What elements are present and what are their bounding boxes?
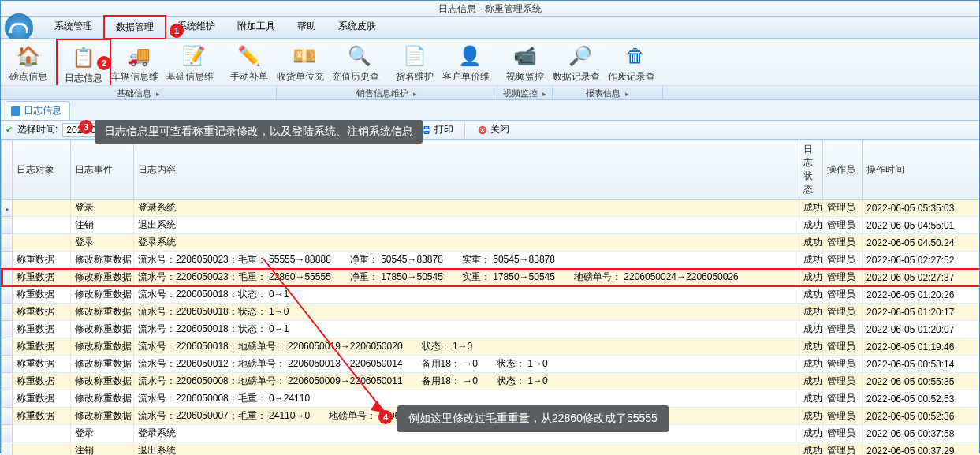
- cell-time: 2022-06-05 04:55:01: [863, 217, 980, 234]
- cell-op: 管理员: [823, 390, 863, 408]
- table-row[interactable]: 登录登录系统成功管理员2022-06-05 05:35:03: [2, 200, 980, 217]
- row-selector[interactable]: [2, 425, 13, 442]
- row-selector[interactable]: [2, 442, 13, 456]
- cell-op: 管理员: [823, 442, 863, 456]
- cell-obj: 称重数据: [13, 304, 71, 321]
- cell-content: 流水号：2206050018：状态： 0→1: [134, 286, 799, 304]
- cell-obj: 称重数据: [13, 321, 71, 338]
- row-selector[interactable]: [2, 321, 13, 338]
- table-row[interactable]: 注销退出系统成功管理员2022-06-05 04:55:01: [2, 217, 980, 234]
- tooltip-1: 日志信息里可查看称重记录修改，以及登陆系统、注销系统信息: [95, 120, 423, 144]
- table-row[interactable]: 称重数据修改称重数据流水号：2206050008：地磅单号： 220605000…: [2, 373, 980, 390]
- row-selector[interactable]: [2, 269, 13, 286]
- cell-evt: 修改称重数据: [71, 269, 134, 286]
- menu-4[interactable]: 帮助: [286, 16, 327, 39]
- table-row[interactable]: 登录登录系统成功管理员2022-06-05 04:50:24: [2, 234, 980, 252]
- table-row[interactable]: 称重数据修改称重数据流水号：2206050023：毛重： 55555→88888…: [2, 252, 980, 269]
- tool-icon: 📝: [181, 43, 207, 69]
- cell-time: 2022-06-05 05:35:03: [863, 200, 980, 217]
- cell-op: 管理员: [823, 338, 863, 356]
- row-selector[interactable]: [2, 217, 13, 234]
- column-header[interactable]: 操作员: [823, 140, 863, 200]
- row-selector[interactable]: [2, 252, 13, 269]
- table-row[interactable]: 称重数据修改称重数据流水号：2206050018：地磅单号： 220605001…: [2, 338, 980, 356]
- cell-time: 2022-06-05 00:52:53: [863, 390, 980, 408]
- cell-op: 管理员: [823, 425, 863, 442]
- row-selector[interactable]: [2, 390, 13, 408]
- group-label: 报表信息: [553, 86, 663, 99]
- cell-status: 成功: [799, 338, 823, 356]
- cell-time: 2022-06-05 00:37:58: [863, 425, 980, 442]
- tool-icon: 📹: [512, 43, 538, 69]
- cell-obj: [13, 442, 71, 456]
- menu-1[interactable]: 数据管理: [103, 15, 166, 39]
- table-row[interactable]: 注销退出系统成功管理员2022-06-05 00:37:29: [2, 442, 980, 456]
- document-icon: [11, 106, 20, 116]
- cell-evt: 修改称重数据: [71, 356, 134, 373]
- cell-status: 成功: [799, 373, 823, 390]
- cell-time: 2022-06-05 02:27:37: [863, 269, 980, 286]
- row-selector[interactable]: [2, 234, 13, 252]
- row-selector[interactable]: [2, 338, 13, 356]
- column-header[interactable]: 日志内容: [134, 140, 799, 200]
- cell-time: 2022-06-05 04:50:24: [863, 234, 980, 252]
- cell-content: 流水号：2206050018：状态： 1→0: [134, 304, 799, 321]
- column-header[interactable]: 日志事件: [71, 140, 134, 200]
- cell-content: 登录系统: [134, 200, 799, 217]
- cell-obj: [13, 217, 71, 234]
- menu-0[interactable]: 系统管理: [43, 16, 103, 39]
- cell-obj: 称重数据: [13, 252, 71, 269]
- cell-obj: 称重数据: [13, 269, 71, 286]
- row-selector[interactable]: [2, 373, 13, 390]
- cell-content: 流水号：2206050008：地磅单号： 2206050009→22060500…: [134, 373, 799, 390]
- cell-obj: 称重数据: [13, 338, 71, 356]
- menu-5[interactable]: 系统皮肤: [327, 16, 387, 39]
- callout-3: 3: [79, 120, 93, 134]
- cell-status: 成功: [799, 304, 823, 321]
- table-row[interactable]: 称重数据修改称重数据流水号：2206050023：毛重： 22860→55555…: [2, 269, 980, 286]
- row-selector[interactable]: [2, 286, 13, 304]
- tool-icon: 📋: [71, 45, 96, 70]
- cell-time: 2022-06-05 01:20:26: [863, 286, 980, 304]
- tabbar: 日志信息: [1, 100, 979, 121]
- table-row[interactable]: 称重数据修改称重数据流水号：2206050018：状态： 0→1成功管理员202…: [2, 321, 980, 338]
- row-selector[interactable]: [2, 200, 13, 217]
- table-row[interactable]: 称重数据修改称重数据流水号：2206050012：地磅单号： 220605001…: [2, 356, 980, 373]
- tool-icon: 👤: [457, 43, 483, 69]
- cell-op: 管理员: [823, 356, 863, 373]
- cell-time: 2022-06-05 00:37:29: [863, 442, 980, 456]
- cell-status: 成功: [799, 356, 823, 373]
- cell-time: 2022-06-05 01:20:07: [863, 321, 980, 338]
- cell-obj: 称重数据: [13, 356, 71, 373]
- menu-3[interactable]: 附加工具: [226, 16, 286, 39]
- tab-log-info[interactable]: 日志信息: [6, 101, 70, 120]
- column-header[interactable]: 日志状态: [799, 140, 823, 200]
- menubar: 系统管理数据管理系统维护附加工具帮助系统皮肤: [1, 17, 979, 39]
- cell-op: 管理员: [823, 217, 863, 234]
- close-button[interactable]: 关闭: [471, 121, 516, 138]
- tool-label: 手动补单: [230, 70, 268, 84]
- cell-evt: 注销: [71, 217, 134, 234]
- column-header[interactable]: 日志对象: [13, 140, 71, 200]
- row-selector[interactable]: [2, 304, 13, 321]
- cell-time: 2022-06-05 00:58:14: [863, 356, 980, 373]
- tab-label: 日志信息: [24, 104, 61, 117]
- table-row[interactable]: 称重数据修改称重数据流水号：2206050018：状态： 0→1成功管理员202…: [2, 286, 980, 304]
- cell-obj: 称重数据: [13, 373, 71, 390]
- row-selector[interactable]: [2, 408, 13, 425]
- cell-content: 流水号：2206050012：地磅单号： 2206050013→22060500…: [134, 356, 799, 373]
- cell-time: 2022-06-05 01:19:46: [863, 338, 980, 356]
- cell-status: 成功: [799, 200, 823, 217]
- cell-op: 管理员: [823, 269, 863, 286]
- check-icon: ✔: [6, 125, 13, 135]
- tool-label: 货名维护: [396, 70, 434, 84]
- column-header[interactable]: 操作时间: [863, 140, 980, 200]
- table-row[interactable]: 称重数据修改称重数据流水号：2206050018：状态： 1→0成功管理员202…: [2, 304, 980, 321]
- row-selector[interactable]: [2, 356, 13, 373]
- cell-content: 登录系统: [134, 234, 799, 252]
- cell-status: 成功: [799, 408, 823, 425]
- tool-icon: 🔎: [568, 43, 593, 69]
- toolbar: 🏠磅点信息📋日志信息🚚车辆信息维护📝基础信息维护✏️手动补单💴收货单位充值🔍充值…: [1, 39, 979, 100]
- cell-op: 管理员: [823, 200, 863, 217]
- tooltip-2: 例如这里修改过毛重重量，从22860修改成了55555: [397, 405, 669, 432]
